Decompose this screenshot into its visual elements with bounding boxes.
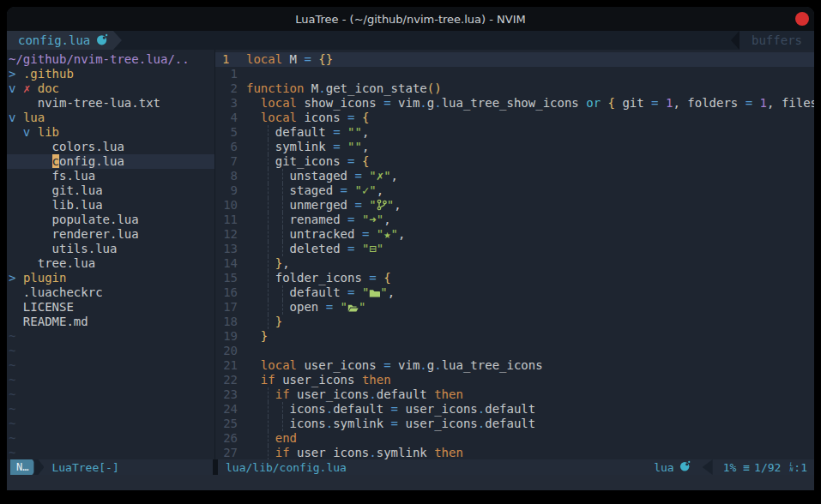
code-line[interactable]: 3 local show_icons = vim.g.lua_tree_show… (215, 96, 814, 111)
line-number: 13 (215, 242, 241, 256)
cursor-block: c (52, 154, 59, 168)
indent-guide (282, 169, 283, 183)
tree-row[interactable]: > .github (7, 67, 214, 81)
filetype-label: lua (654, 461, 673, 474)
code-line[interactable]: 13 deleted = "⊟" (215, 242, 814, 256)
code-line[interactable]: 26 end (215, 431, 814, 446)
code-line[interactable]: 1 (215, 67, 814, 81)
terminal-screen: LuaTree - (~/github/nvim-tree.lua) - NVI… (0, 0, 821, 504)
code-line[interactable]: 9 staged = "✓", (215, 183, 814, 198)
buffers-label: buffers (752, 33, 802, 47)
line-number: 16 (215, 285, 241, 300)
line-number: 20 (215, 344, 241, 358)
line-number-icon: L N (789, 462, 793, 473)
tree-row[interactable]: README.md (7, 315, 214, 329)
empty-line-tilde: ~ (7, 417, 214, 431)
line-number: 21 (215, 358, 241, 373)
indent-guide (282, 183, 283, 198)
code-line[interactable]: 12 untracked = "★", (215, 227, 814, 242)
close-button[interactable] (795, 12, 809, 26)
tree-row[interactable]: > plugin (7, 271, 214, 285)
line-number: 22 (215, 373, 241, 387)
indent-guide (268, 402, 269, 417)
cursor-column: :1 (794, 461, 807, 474)
tree-row[interactable]: fs.lua (7, 169, 214, 183)
file-tree-pane[interactable]: ~/github/nvim-tree.lua/..> .githubv ✗ do… (7, 50, 214, 459)
line-number: 26 (215, 431, 241, 446)
tree-row[interactable]: v lua (7, 111, 214, 125)
tree-row[interactable]: ~/github/nvim-tree.lua/.. (7, 52, 214, 67)
code-line[interactable]: 19 } (215, 329, 814, 344)
command-line[interactable] (7, 475, 814, 490)
line-number: 14 (215, 256, 241, 271)
code-line[interactable]: 24 icons.default = user_icons.default (215, 402, 814, 417)
indent-guide (268, 183, 269, 198)
code-line[interactable]: 5 default = "", (215, 125, 814, 140)
tree-row[interactable]: v lib (7, 125, 214, 140)
tree-row[interactable]: tree.lua (7, 256, 214, 271)
tree-row[interactable]: git.lua (7, 183, 214, 198)
code-line[interactable]: 14 }, (215, 256, 814, 271)
tree-row[interactable]: colors.lua (7, 140, 214, 154)
line-number: 6 (215, 140, 241, 154)
indent-guide (282, 227, 283, 242)
empty-line-tilde: ~ (7, 446, 214, 459)
indent-guide (268, 227, 269, 242)
code-line[interactable]: 20 (215, 344, 814, 358)
tree-row[interactable]: config.lua (7, 154, 214, 169)
indent-guide (268, 198, 269, 213)
statusline-editor-segment: lua/lib/config.lua lua 1% ≡ 1/92 L N :1 (218, 459, 814, 475)
code-line[interactable]: 22 if user_icons then (215, 373, 814, 387)
tree-row[interactable]: renderer.lua (7, 227, 214, 242)
code-line[interactable]: 6 symlink = "", (215, 140, 814, 154)
indent-guide (268, 125, 269, 140)
folder-open-icon (347, 300, 359, 315)
line-number: 18 (215, 315, 241, 329)
tree-row[interactable]: .luacheckrc (7, 285, 214, 300)
tree-row[interactable]: v ✗ doc (7, 81, 214, 96)
indent-guide (282, 417, 283, 431)
code-line[interactable]: 2function M.get_icon_state() (215, 81, 814, 96)
code-line[interactable]: 11 renamed = "➜", (215, 213, 814, 227)
tab-config-lua[interactable]: config.lua (7, 31, 113, 50)
lua-moon-icon (679, 460, 691, 474)
indent-guide (282, 213, 283, 227)
indent-guide (268, 271, 269, 285)
code-line[interactable]: 8 unstaged = "✗", (215, 169, 814, 183)
scroll-percent: 1% (723, 461, 737, 474)
folder-closed-icon (369, 285, 380, 300)
indent-guide (268, 154, 269, 169)
line-number: 3 (215, 96, 241, 111)
buffers-arrow-icon (731, 31, 740, 50)
empty-line-tilde: ~ (7, 431, 214, 446)
code-line[interactable]: 15 folder_icons = { (215, 271, 814, 285)
code-line[interactable]: 1local M = {} (215, 52, 814, 67)
line-number: 24 (215, 402, 241, 417)
tree-row[interactable]: lib.lua (7, 198, 214, 213)
nvim-window: LuaTree - (~/github/nvim-tree.lua) - NVI… (7, 7, 814, 490)
code-line[interactable]: 27 if user_icons.symlink then (215, 446, 814, 459)
empty-line-tilde: ~ (7, 344, 214, 358)
code-line[interactable]: 7 git_icons = { (215, 154, 814, 169)
code-line[interactable]: 16 default = "", (215, 285, 814, 300)
code-line[interactable]: 4 local icons = { (215, 111, 814, 125)
statusline-right-group: lua 1% ≡ 1/92 L N :1 (654, 459, 814, 475)
window-title: LuaTree - (~/github/nvim-tree.lua) - NVI… (295, 13, 525, 26)
code-line[interactable]: 10 unmerged = "", (215, 198, 814, 213)
code-line[interactable]: 17 open = "" (215, 300, 814, 315)
tree-row[interactable]: populate.lua (7, 213, 214, 227)
filetype-indicator: lua (654, 460, 690, 474)
tree-row[interactable]: LICENSE (7, 300, 214, 315)
code-line[interactable]: 21 local user_icons = vim.g.lua_tree_ico… (215, 358, 814, 373)
lines-icon: ≡ (743, 461, 750, 474)
editor-pane[interactable]: 1local M = {}12function M.get_icon_state… (215, 50, 814, 459)
buffers-indicator[interactable]: buffers (740, 31, 814, 50)
plugin-label: LuaTree[-] (51, 461, 118, 474)
tree-row[interactable]: nvim-tree-lua.txt (7, 96, 214, 111)
tree-row[interactable]: utils.lua (7, 242, 214, 256)
code-line[interactable]: 23 if user_icons.default then (215, 387, 814, 402)
indent-guide (282, 198, 283, 213)
line-number: 15 (215, 271, 241, 285)
code-line[interactable]: 25 icons.symlink = user_icons.default (215, 417, 814, 431)
code-line[interactable]: 18 } (215, 315, 814, 329)
